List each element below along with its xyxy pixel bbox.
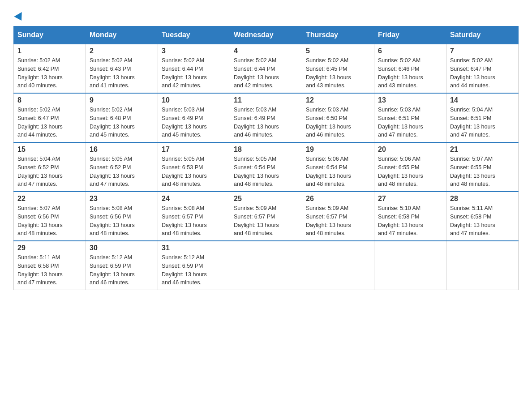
- day-number: 7: [450, 47, 515, 55]
- day-number: 20: [378, 146, 442, 154]
- calendar-week-row: 1 Sunrise: 5:02 AM Sunset: 6:42 PM Dayli…: [14, 44, 519, 93]
- day-number: 26: [306, 195, 370, 203]
- day-info: Sunrise: 5:11 AM Sunset: 6:58 PM Dayligh…: [450, 204, 515, 238]
- day-info: Sunrise: 5:09 AM Sunset: 6:57 PM Dayligh…: [306, 204, 370, 238]
- day-info: Sunrise: 5:06 AM Sunset: 6:54 PM Dayligh…: [306, 155, 370, 188]
- calendar-cell: 23 Sunrise: 5:08 AM Sunset: 6:56 PM Dayl…: [86, 192, 158, 241]
- day-number: 25: [234, 195, 298, 203]
- calendar-week-row: 29 Sunrise: 5:11 AM Sunset: 6:58 PM Dayl…: [14, 241, 519, 290]
- calendar-week-row: 15 Sunrise: 5:04 AM Sunset: 6:52 PM Dayl…: [14, 142, 519, 192]
- header-wednesday: Wednesday: [230, 26, 302, 44]
- logo: [13, 9, 24, 21]
- header-saturday: Saturday: [446, 26, 519, 44]
- day-info: Sunrise: 5:12 AM Sunset: 6:59 PM Dayligh…: [90, 253, 154, 287]
- day-number: 12: [306, 96, 370, 104]
- day-info: Sunrise: 5:05 AM Sunset: 6:52 PM Dayligh…: [90, 155, 154, 188]
- calendar-cell: [446, 241, 519, 290]
- calendar-cell: 12 Sunrise: 5:03 AM Sunset: 6:50 PM Dayl…: [302, 93, 374, 142]
- day-number: 5: [306, 47, 370, 55]
- calendar-cell: [230, 241, 302, 290]
- calendar-cell: 14 Sunrise: 5:04 AM Sunset: 6:51 PM Dayl…: [446, 93, 519, 142]
- day-info: Sunrise: 5:02 AM Sunset: 6:48 PM Dayligh…: [90, 106, 154, 139]
- calendar-cell: 16 Sunrise: 5:05 AM Sunset: 6:52 PM Dayl…: [86, 142, 158, 192]
- day-number: 19: [306, 146, 370, 154]
- calendar-cell: 15 Sunrise: 5:04 AM Sunset: 6:52 PM Dayl…: [14, 142, 86, 192]
- day-number: 2: [90, 47, 154, 55]
- calendar-cell: 13 Sunrise: 5:03 AM Sunset: 6:51 PM Dayl…: [374, 93, 446, 142]
- day-number: 28: [450, 195, 515, 203]
- day-number: 30: [90, 244, 154, 252]
- day-info: Sunrise: 5:06 AM Sunset: 6:55 PM Dayligh…: [378, 155, 442, 188]
- day-number: 23: [90, 195, 154, 203]
- day-number: 9: [90, 96, 154, 104]
- day-number: 22: [17, 195, 82, 203]
- header-thursday: Thursday: [302, 26, 374, 44]
- calendar-cell: 3 Sunrise: 5:02 AM Sunset: 6:44 PM Dayli…: [158, 44, 230, 93]
- day-info: Sunrise: 5:02 AM Sunset: 6:45 PM Dayligh…: [306, 56, 370, 90]
- day-info: Sunrise: 5:02 AM Sunset: 6:43 PM Dayligh…: [90, 56, 154, 90]
- day-number: 3: [162, 47, 226, 55]
- day-number: 6: [378, 47, 442, 55]
- day-info: Sunrise: 5:02 AM Sunset: 6:42 PM Dayligh…: [17, 56, 82, 90]
- calendar-cell: 31 Sunrise: 5:12 AM Sunset: 6:59 PM Dayl…: [158, 241, 230, 290]
- calendar-cell: 1 Sunrise: 5:02 AM Sunset: 6:42 PM Dayli…: [14, 44, 86, 93]
- calendar-cell: 27 Sunrise: 5:10 AM Sunset: 6:58 PM Dayl…: [374, 192, 446, 241]
- header-sunday: Sunday: [14, 26, 86, 44]
- calendar-cell: 17 Sunrise: 5:05 AM Sunset: 6:53 PM Dayl…: [158, 142, 230, 192]
- calendar-cell: 20 Sunrise: 5:06 AM Sunset: 6:55 PM Dayl…: [374, 142, 446, 192]
- calendar-cell: 24 Sunrise: 5:08 AM Sunset: 6:57 PM Dayl…: [158, 192, 230, 241]
- day-info: Sunrise: 5:03 AM Sunset: 6:51 PM Dayligh…: [378, 106, 442, 139]
- calendar-cell: 19 Sunrise: 5:06 AM Sunset: 6:54 PM Dayl…: [302, 142, 374, 192]
- day-number: 29: [17, 244, 82, 252]
- day-number: 4: [234, 47, 298, 55]
- calendar-cell: 25 Sunrise: 5:09 AM Sunset: 6:57 PM Dayl…: [230, 192, 302, 241]
- day-info: Sunrise: 5:04 AM Sunset: 6:52 PM Dayligh…: [17, 155, 82, 188]
- logo-general-row: [13, 9, 24, 21]
- day-info: Sunrise: 5:03 AM Sunset: 6:49 PM Dayligh…: [234, 106, 298, 139]
- calendar-cell: 8 Sunrise: 5:02 AM Sunset: 6:47 PM Dayli…: [14, 93, 86, 142]
- calendar-week-row: 8 Sunrise: 5:02 AM Sunset: 6:47 PM Dayli…: [14, 93, 519, 142]
- day-info: Sunrise: 5:05 AM Sunset: 6:53 PM Dayligh…: [162, 155, 226, 188]
- day-info: Sunrise: 5:03 AM Sunset: 6:49 PM Dayligh…: [162, 106, 226, 139]
- calendar-cell: 28 Sunrise: 5:11 AM Sunset: 6:58 PM Dayl…: [446, 192, 519, 241]
- day-info: Sunrise: 5:11 AM Sunset: 6:58 PM Dayligh…: [17, 253, 82, 287]
- header-monday: Monday: [86, 26, 158, 44]
- calendar-cell: 21 Sunrise: 5:07 AM Sunset: 6:55 PM Dayl…: [446, 142, 519, 192]
- calendar-cell: [374, 241, 446, 290]
- calendar-cell: [302, 241, 374, 290]
- day-info: Sunrise: 5:09 AM Sunset: 6:57 PM Dayligh…: [234, 204, 298, 238]
- day-info: Sunrise: 5:04 AM Sunset: 6:51 PM Dayligh…: [450, 106, 515, 139]
- calendar-cell: 6 Sunrise: 5:02 AM Sunset: 6:46 PM Dayli…: [374, 44, 446, 93]
- day-info: Sunrise: 5:03 AM Sunset: 6:50 PM Dayligh…: [306, 106, 370, 139]
- calendar-cell: 10 Sunrise: 5:03 AM Sunset: 6:49 PM Dayl…: [158, 93, 230, 142]
- day-number: 1: [17, 47, 82, 55]
- calendar-cell: 30 Sunrise: 5:12 AM Sunset: 6:59 PM Dayl…: [86, 241, 158, 290]
- day-number: 31: [162, 244, 226, 252]
- calendar-cell: 29 Sunrise: 5:11 AM Sunset: 6:58 PM Dayl…: [14, 241, 86, 290]
- calendar-cell: 18 Sunrise: 5:05 AM Sunset: 6:54 PM Dayl…: [230, 142, 302, 192]
- calendar-table: Sunday Monday Tuesday Wednesday Thursday…: [13, 26, 519, 290]
- day-info: Sunrise: 5:05 AM Sunset: 6:54 PM Dayligh…: [234, 155, 298, 188]
- logo-triangle-icon: [14, 12, 25, 23]
- calendar-cell: 5 Sunrise: 5:02 AM Sunset: 6:45 PM Dayli…: [302, 44, 374, 93]
- calendar-week-row: 22 Sunrise: 5:07 AM Sunset: 6:56 PM Dayl…: [14, 192, 519, 241]
- day-number: 8: [17, 96, 82, 104]
- day-info: Sunrise: 5:10 AM Sunset: 6:58 PM Dayligh…: [378, 204, 442, 238]
- page-header: [13, 9, 519, 21]
- day-info: Sunrise: 5:07 AM Sunset: 6:55 PM Dayligh…: [450, 155, 515, 188]
- day-number: 14: [450, 96, 515, 104]
- day-info: Sunrise: 5:07 AM Sunset: 6:56 PM Dayligh…: [17, 204, 82, 238]
- day-info: Sunrise: 5:12 AM Sunset: 6:59 PM Dayligh…: [162, 253, 226, 287]
- day-number: 13: [378, 96, 442, 104]
- weekday-header-row: Sunday Monday Tuesday Wednesday Thursday…: [14, 26, 519, 44]
- calendar-cell: 4 Sunrise: 5:02 AM Sunset: 6:44 PM Dayli…: [230, 44, 302, 93]
- day-number: 17: [162, 146, 226, 154]
- day-number: 21: [450, 146, 515, 154]
- day-info: Sunrise: 5:02 AM Sunset: 6:44 PM Dayligh…: [162, 56, 226, 90]
- calendar-cell: 26 Sunrise: 5:09 AM Sunset: 6:57 PM Dayl…: [302, 192, 374, 241]
- day-number: 11: [234, 96, 298, 104]
- day-number: 24: [162, 195, 226, 203]
- day-number: 10: [162, 96, 226, 104]
- calendar-cell: 22 Sunrise: 5:07 AM Sunset: 6:56 PM Dayl…: [14, 192, 86, 241]
- day-info: Sunrise: 5:02 AM Sunset: 6:46 PM Dayligh…: [378, 56, 442, 90]
